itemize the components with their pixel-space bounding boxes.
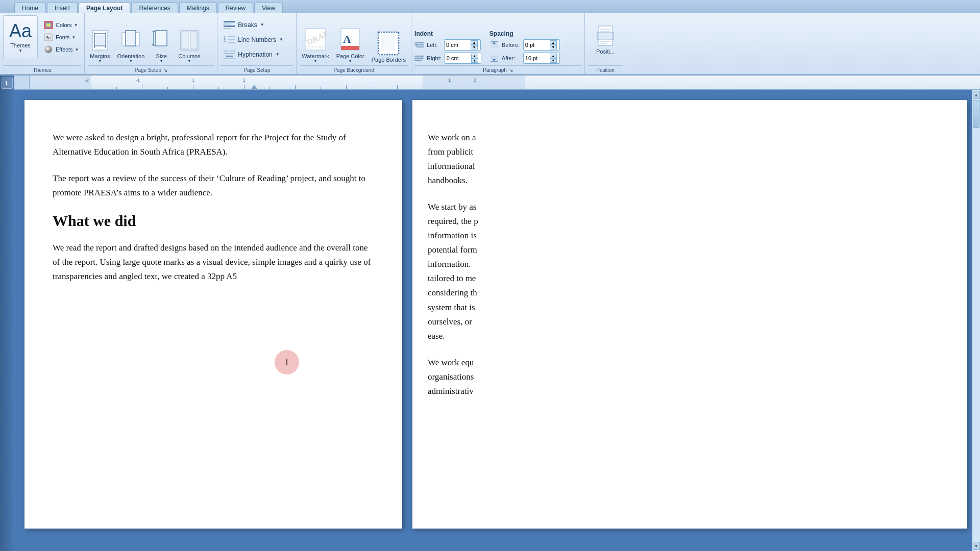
tab-view[interactable]: View [254, 3, 283, 13]
columns-label: Columns [178, 53, 200, 59]
breaks-icon [224, 20, 235, 30]
page1-para3: We read the report and drafted designs b… [53, 241, 374, 284]
svg-text:1: 1 [192, 78, 194, 83]
breaks-button[interactable]: Breaks ▼ [220, 18, 267, 32]
svg-text:A: A [343, 33, 351, 45]
spacing-after-row: After: ▲ ▼ [489, 53, 560, 64]
svg-rect-75 [167, 87, 168, 89]
svg-text:2: 2 [474, 78, 476, 83]
orientation-button[interactable]: Orientation ▼ [115, 29, 146, 64]
tab-mailings[interactable]: Mailings [179, 3, 217, 13]
hyphenation-label: Hyphenation [238, 51, 272, 58]
svg-rect-36 [230, 51, 235, 52]
svg-rect-27 [224, 23, 231, 24]
spacing-after-down[interactable]: ▼ [550, 58, 557, 63]
svg-text:2: 2 [224, 39, 226, 43]
indent-left-down[interactable]: ▼ [471, 45, 478, 49]
breaks-group-label: Page Setup [220, 65, 293, 73]
spacing-before-label: Before: [502, 42, 520, 48]
page-setup-expand-icon[interactable]: ↘ [163, 67, 167, 73]
paragraph-expand-icon[interactable]: ↘ [509, 67, 513, 73]
svg-rect-83 [372, 87, 372, 89]
document-page-1: We were asked to design a bright, profes… [24, 100, 402, 529]
svg-rect-47 [381, 35, 396, 51]
spacing-before-spinner[interactable]: ▲ ▼ [550, 40, 557, 49]
columns-icon [180, 30, 199, 53]
indent-right-up[interactable]: ▲ [471, 54, 478, 58]
indent-left-spinner[interactable]: ▲ ▼ [471, 40, 478, 49]
breaks-label: Breaks [238, 21, 257, 29]
breaks-group: Breaks ▼ 12 Line Numbers ▼ Hyphenation ▼… [217, 13, 297, 74]
watermark-icon: DRAFT [304, 28, 327, 53]
svg-text:-1: -1 [136, 78, 140, 83]
colors-arrow: ▼ [74, 23, 78, 28]
vertical-scrollbar[interactable]: ▲ ▼ [972, 90, 980, 551]
margins-arrow: ▼ [98, 59, 102, 63]
tab-references[interactable]: References [131, 3, 178, 13]
page-borders-label: Page Borders [372, 57, 406, 63]
tab-home[interactable]: Home [14, 3, 46, 13]
svg-rect-70 [30, 76, 91, 89]
page-color-icon: A [339, 28, 361, 53]
indent-right-row: Right: ▲ ▼ [414, 53, 481, 64]
page-color-button[interactable]: A Page Color ▼ [334, 27, 366, 64]
indent-left-input[interactable]: ▲ ▼ [444, 39, 481, 51]
scroll-thumb[interactable] [973, 100, 979, 128]
page-background-group-label: Page Background [300, 65, 408, 73]
spacing-before-icon [489, 41, 499, 48]
themes-button[interactable]: Aa Themes ▼ [3, 15, 38, 59]
scroll-up-arrow[interactable]: ▲ [973, 91, 980, 99]
svg-rect-84 [397, 85, 398, 89]
columns-arrow: ▼ [188, 59, 191, 63]
page2-para3: We work equorganisationsadministrativ [428, 356, 951, 398]
size-button[interactable]: Size ▼ [150, 29, 173, 64]
indent-left-up[interactable]: ▲ [471, 40, 478, 45]
line-numbers-label: Line Numbers [238, 36, 276, 43]
line-numbers-button[interactable]: 12 Line Numbers ▼ [220, 33, 286, 46]
spacing-before-down[interactable]: ▼ [550, 45, 557, 49]
hyphenation-button[interactable]: Hyphenation ▼ [220, 48, 282, 61]
size-arrow: ▼ [160, 59, 163, 63]
tab-insert[interactable]: Insert [47, 3, 78, 13]
fonts-button[interactable]: Aa Fonts ▼ [41, 32, 81, 43]
indent-right-input[interactable]: ▲ ▼ [445, 53, 481, 64]
columns-button[interactable]: Columns ▼ [176, 29, 202, 64]
margins-button[interactable]: Margins ▼ [88, 29, 112, 64]
spacing-before-up[interactable]: ▲ [550, 40, 557, 45]
page-borders-button[interactable]: Page Borders [370, 30, 408, 64]
hyphenation-arrow: ▼ [276, 52, 280, 57]
spacing-after-up[interactable]: ▲ [550, 54, 557, 58]
spacing-after-value[interactable] [525, 55, 550, 61]
spacing-before-row: Before: ▲ ▼ [489, 39, 560, 51]
spacing-after-input[interactable]: ▲ ▼ [523, 53, 560, 64]
effects-icon-svg [44, 45, 53, 54]
indent-right-label: Right: [427, 55, 442, 61]
colors-label: Colors [56, 22, 72, 28]
spacing-before-input[interactable]: ▲ ▼ [523, 39, 560, 51]
watermark-arrow: ▼ [314, 59, 317, 63]
tab-review[interactable]: Review [218, 3, 253, 13]
indent-right-spinner[interactable]: ▲ ▼ [471, 54, 478, 63]
colors-button[interactable]: Colors ▼ [41, 19, 81, 31]
tab-page-layout[interactable]: Page Layout [79, 3, 130, 13]
svg-rect-65 [597, 32, 614, 39]
svg-rect-39 [224, 58, 235, 59]
svg-rect-35 [224, 51, 229, 52]
position-button[interactable]: Positi... [591, 23, 620, 57]
indent-left-value[interactable] [446, 42, 471, 48]
scroll-down-arrow[interactable]: ▼ [973, 542, 980, 550]
orientation-icon [121, 30, 140, 53]
effects-button[interactable]: Effects ▼ [41, 44, 81, 55]
indent-right-down[interactable]: ▼ [471, 58, 478, 63]
indent-section: Indent Left: ▲ ▼ [414, 30, 481, 64]
indent-right-value[interactable] [447, 55, 471, 61]
paragraph-group-label: Paragraph ↘ [414, 65, 581, 73]
spacing-before-value[interactable] [525, 42, 550, 48]
ribbon-bar: Aa Themes ▼ Colors ▼ Aa [0, 13, 980, 74]
document-area: L [0, 76, 980, 551]
pages-scroll-area[interactable]: We were asked to design a bright, profes… [14, 90, 980, 551]
sidebar-label-btn[interactable]: L [2, 78, 13, 89]
watermark-button[interactable]: DRAFT Watermark ▼ [300, 27, 331, 64]
position-group-label: Position [588, 65, 623, 73]
spacing-after-spinner[interactable]: ▲ ▼ [550, 54, 557, 63]
